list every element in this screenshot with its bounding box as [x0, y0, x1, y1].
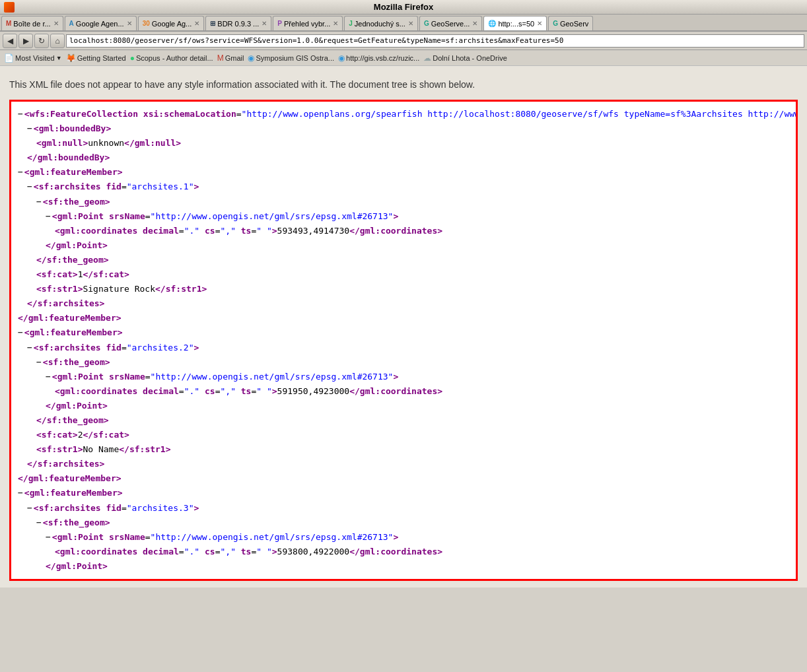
tab-close-t4[interactable]: ✕ [262, 20, 267, 27]
tab-label-t4: BDR 0.9.3 ... [217, 20, 259, 28]
bookmark-label-bm1: Getting Started [77, 54, 126, 62]
bookmark-icon-bm5: ◉ [338, 53, 345, 63]
tab-label-t5: Přehled vybr... [284, 20, 330, 28]
xml-line: −<sf:the_geom> [18, 355, 789, 370]
firefox-icon [4, 2, 15, 13]
tab-t4[interactable]: ⊞BDR 0.9.3 ...✕ [205, 16, 271, 30]
forward-button[interactable]: ▶ [18, 34, 33, 48]
reload-button[interactable]: ↻ [34, 34, 49, 48]
xml-line: −<sf:the_geom> [18, 195, 789, 209]
bookmark-label-bm5: http://gis.vsb.cz/ruzic... [346, 54, 419, 62]
xml-line: </gml:Point> [18, 399, 789, 413]
tab-t3[interactable]: 30Google Ag...✕ [138, 16, 205, 30]
xml-line: </gml:featureMember> [18, 311, 789, 325]
bookmark-icon-bm0: 📄 [4, 53, 14, 63]
tab-close-t1[interactable]: ✕ [53, 20, 59, 27]
tab-label-t6: Jednoduchý s... [355, 20, 405, 28]
xml-line: <sf:str1>No Name</sf:str1> [18, 442, 789, 457]
tab-close-t6[interactable]: ✕ [408, 20, 413, 27]
tab-bar: MBoîte de r...✕AGoogle Agen...✕30Google … [0, 15, 807, 32]
bookmark-bm4[interactable]: ◉Symposium GIS Ostra... [248, 53, 334, 63]
bookmark-icon-bm2: ● [130, 53, 135, 63]
xml-line: </gml:featureMember> [18, 471, 789, 486]
xml-notice: This XML file does not appear to have an… [9, 73, 798, 100]
xml-line: <gml:null>unknown</gml:null> [18, 136, 789, 151]
tab-icon-t9: G [553, 20, 558, 27]
xml-line: −<sf:archsites fid="archsites.2"> [18, 341, 789, 355]
bookmark-label-bm2: Scopus - Author detail... [136, 54, 213, 62]
bookmark-label-bm3: Gmail [225, 54, 244, 62]
tab-t5[interactable]: PPřehled vybr...✕ [273, 16, 343, 30]
bookmark-label-bm4: Symposium GIS Ostra... [256, 54, 334, 62]
tab-close-t3[interactable]: ✕ [194, 20, 199, 27]
address-bar[interactable] [66, 34, 804, 48]
xml-line: −<gml:boundedBy> [18, 121, 789, 136]
bookmark-bm6[interactable]: ☁Dolní Lhota - OneDrive [423, 53, 507, 63]
xml-line: −<gml:Point srsName="http://www.opengis.… [18, 370, 789, 384]
bookmark-bm5[interactable]: ◉http://gis.vsb.cz/ruzic... [338, 53, 419, 63]
xml-line: </gml:boundedBy> [18, 151, 789, 165]
tab-t9[interactable]: GGeoServ [548, 16, 593, 30]
tab-t2[interactable]: AGoogle Agen...✕ [65, 16, 137, 30]
xml-line: −<sf:archsites fid="archsites.1"> [18, 180, 789, 194]
xml-line: </gml:Point> [18, 238, 789, 253]
bookmark-icon-bm3: M [217, 53, 224, 63]
xml-line: −<gml:featureMember> [18, 165, 789, 180]
bookmark-icon-bm6: ☁ [423, 53, 431, 63]
bookmark-bm0[interactable]: 📄Most Visited▼ [4, 53, 62, 63]
xml-line: </sf:archsites> [18, 457, 789, 471]
xml-line: −<sf:the_geom> [18, 516, 789, 530]
back-button[interactable]: ◀ [3, 34, 17, 48]
tab-label-t3: Google Ag... [152, 20, 192, 28]
xml-line: <sf:cat>2</sf:cat> [18, 428, 789, 442]
xml-line: −<gml:featureMember> [18, 325, 789, 340]
tab-label-t7: GeoServe... [431, 20, 470, 28]
xml-line: <gml:coordinates decimal="." cs="," ts="… [18, 384, 789, 399]
xml-display: −<wfs:FeatureCollection xsi:schemaLocati… [9, 100, 798, 581]
tab-label-t9: GeoServ [560, 20, 588, 28]
bookmark-label-bm6: Dolní Lhota - OneDrive [433, 54, 507, 62]
tab-close-t2[interactable]: ✕ [127, 20, 132, 27]
tab-icon-t1: M [6, 20, 11, 27]
xml-line: −<gml:Point srsName="http://www.opengis.… [18, 530, 789, 545]
xml-line: </gml:Point> [18, 559, 789, 574]
xml-line: −<sf:archsites fid="archsites.3"> [18, 501, 789, 516]
bookmark-arrow-bm0: ▼ [56, 55, 62, 61]
xml-line: </sf:archsites> [18, 296, 789, 311]
tab-icon-t6: J [349, 20, 353, 27]
tab-label-t8: http:...s=50 [498, 20, 534, 28]
xml-line: <sf:str1>Signature Rock</sf:str1> [18, 282, 789, 296]
home-button[interactable]: ⌂ [50, 34, 65, 48]
tab-icon-t4: ⊞ [210, 20, 215, 27]
bookmark-bm1[interactable]: 🦊Getting Started [66, 53, 126, 63]
xml-line: −<gml:featureMember> [18, 486, 789, 500]
tab-label-t1: Boîte de r... [13, 20, 50, 28]
tab-close-t8[interactable]: ✕ [537, 20, 542, 27]
tab-t6[interactable]: JJednoduchý s...✕ [344, 16, 418, 30]
bookmark-icon-bm4: ◉ [248, 53, 254, 63]
tab-label-t2: Google Agen... [76, 20, 124, 28]
tab-t7[interactable]: GGeoServe...✕ [419, 16, 482, 30]
tab-icon-t8: 🌐 [488, 20, 496, 27]
bookmark-bm3[interactable]: MGmail [217, 53, 244, 63]
xml-line: <gml:coordinates decimal="." cs="," ts="… [18, 545, 789, 559]
bookmarks-bar: 📄Most Visited▼🦊Getting Started●Scopus - … [0, 50, 807, 66]
tab-t8[interactable]: 🌐http:...s=50✕ [483, 16, 547, 30]
xml-line: <sf:cat>1</sf:cat> [18, 267, 789, 282]
window-title: Mozilla Firefox [374, 2, 433, 12]
xml-line: <gml:coordinates decimal="." cs="," ts="… [18, 224, 789, 238]
xml-line: </sf:the_geom> [18, 413, 789, 428]
tab-icon-t7: G [424, 20, 429, 27]
tab-icon-t5: P [277, 20, 282, 27]
nav-bar: ◀ ▶ ↻ ⌂ [0, 32, 807, 50]
tab-close-t5[interactable]: ✕ [333, 20, 338, 27]
content-area: This XML file does not appear to have an… [0, 66, 807, 588]
tab-close-t7[interactable]: ✕ [472, 20, 477, 27]
xml-line: </sf:the_geom> [18, 253, 789, 267]
bookmark-label-bm0: Most Visited [15, 54, 55, 62]
tab-t1[interactable]: MBoîte de r...✕ [1, 16, 63, 30]
xml-line: −<wfs:FeatureCollection xsi:schemaLocati… [18, 107, 789, 121]
bookmark-icon-bm1: 🦊 [66, 53, 76, 63]
bookmark-bm2[interactable]: ●Scopus - Author detail... [130, 53, 213, 63]
title-bar: Mozilla Firefox [0, 0, 807, 15]
